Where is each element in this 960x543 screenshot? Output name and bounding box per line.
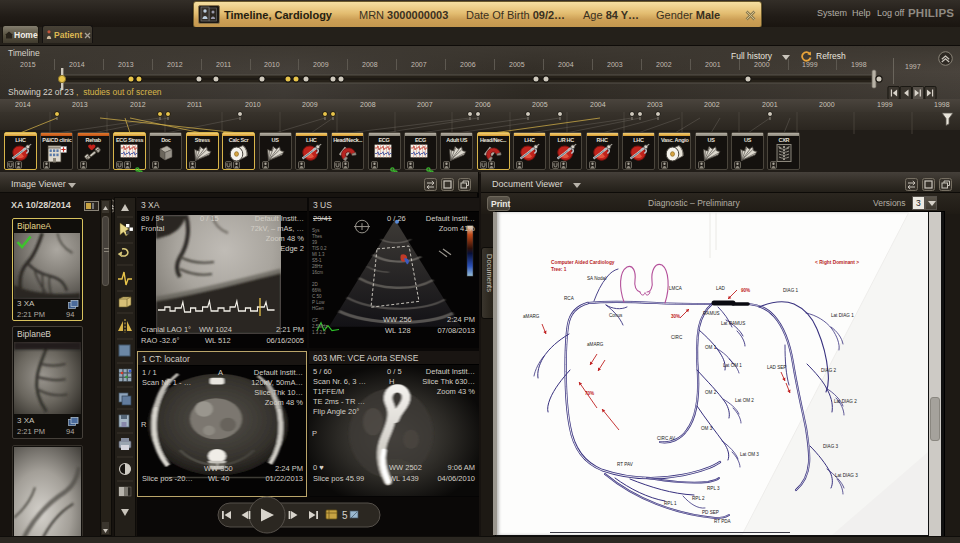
svg-text:70%: 70% [585, 391, 594, 396]
svg-text:OM 1: OM 1 [705, 345, 717, 350]
svg-text:LAD SEP: LAD SEP [767, 365, 786, 370]
svg-text:aMARG: aMARG [523, 314, 540, 319]
svg-text:CIRC AV: CIRC AV [657, 436, 676, 441]
svg-text:Conus: Conus [609, 313, 623, 318]
svg-text:LAD: LAD [716, 286, 726, 291]
svg-text:RCA: RCA [564, 296, 575, 301]
svg-text:Lat OM 1: Lat OM 1 [723, 363, 742, 368]
svg-text:RT PAV: RT PAV [617, 462, 634, 467]
svg-text:RT PDA: RT PDA [714, 519, 732, 524]
svg-text:Lat DIAG 1: Lat DIAG 1 [831, 313, 854, 318]
svg-text:90%: 90% [741, 288, 750, 293]
svg-text:OM 2: OM 2 [705, 390, 717, 395]
svg-text:< Right Dominant >: < Right Dominant > [815, 260, 859, 265]
svg-text:DIAG 3: DIAG 3 [823, 444, 839, 449]
svg-text:Lat OM 3: Lat OM 3 [740, 452, 759, 457]
svg-text:OM 3: OM 3 [701, 426, 713, 431]
svg-text:aMARG: aMARG [587, 342, 604, 347]
svg-text:CIRC: CIRC [671, 335, 683, 340]
svg-text:Lat RAMUS: Lat RAMUS [721, 321, 745, 326]
svg-text:Lat DIAG 2: Lat DIAG 2 [834, 399, 857, 404]
svg-text:Computer Aided Cardiology: Computer Aided Cardiology [551, 260, 615, 265]
svg-text:DIAG 1: DIAG 1 [783, 288, 799, 293]
svg-text:RPL 2: RPL 2 [692, 496, 705, 501]
svg-text:SA Nodal: SA Nodal [587, 276, 606, 281]
svg-text:Lat DIAG 3: Lat DIAG 3 [835, 473, 858, 478]
svg-text:RPL 1: RPL 1 [664, 501, 677, 506]
svg-text:DIAG 2: DIAG 2 [821, 368, 837, 373]
svg-text:LMCA: LMCA [669, 286, 683, 291]
svg-text:30%: 30% [671, 314, 680, 319]
svg-text:Tree: 1: Tree: 1 [551, 267, 567, 272]
svg-text:RAMUS: RAMUS [703, 311, 720, 316]
svg-text:5: 5 [342, 510, 348, 521]
svg-text:PD SEP: PD SEP [702, 510, 719, 515]
svg-text:RPL 3: RPL 3 [707, 486, 720, 491]
svg-text:Lat OM 2: Lat OM 2 [735, 398, 754, 403]
